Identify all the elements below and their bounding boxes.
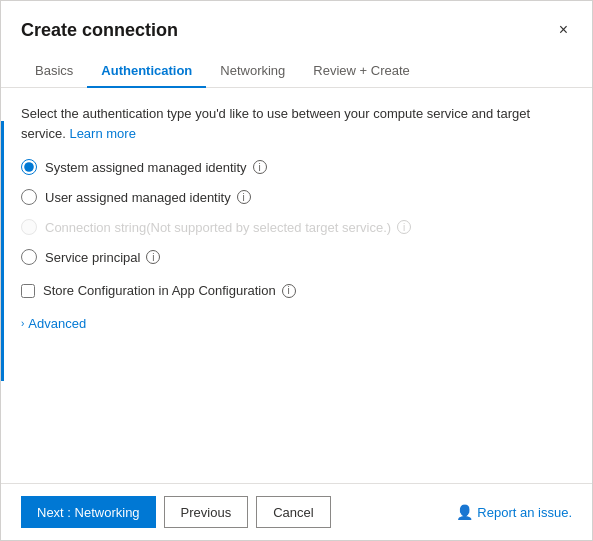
store-config-info-icon[interactable]: i: [282, 284, 296, 298]
radio-connection-string-input: [21, 219, 37, 235]
radio-user-assigned-input[interactable]: [21, 189, 37, 205]
user-assigned-info-icon[interactable]: i: [237, 190, 251, 204]
create-connection-dialog: Create connection × Basics Authenticatio…: [0, 0, 593, 541]
close-button[interactable]: ×: [555, 17, 572, 43]
tab-basics[interactable]: Basics: [21, 55, 87, 88]
advanced-label: Advanced: [28, 316, 86, 331]
learn-more-link[interactable]: Learn more: [69, 126, 135, 141]
left-accent: [1, 121, 4, 381]
report-icon: 👤: [456, 504, 473, 520]
tab-review-create[interactable]: Review + Create: [299, 55, 423, 88]
tab-networking[interactable]: Networking: [206, 55, 299, 88]
next-button[interactable]: Next : Networking: [21, 496, 156, 528]
radio-connection-string: Connection string(Not supported by selec…: [21, 219, 572, 235]
radio-service-principal[interactable]: Service principal i: [21, 249, 572, 265]
authentication-radio-group: System assigned managed identity i User …: [21, 159, 572, 265]
service-principal-info-icon[interactable]: i: [146, 250, 160, 264]
store-config-row[interactable]: Store Configuration in App Configuration…: [21, 283, 572, 298]
radio-service-principal-input[interactable]: [21, 249, 37, 265]
report-issue-link[interactable]: 👤 Report an issue.: [456, 504, 572, 520]
dialog-title: Create connection: [21, 20, 178, 41]
advanced-section[interactable]: › Advanced: [21, 316, 572, 331]
tab-bar: Basics Authentication Networking Review …: [1, 55, 592, 88]
cancel-button[interactable]: Cancel: [256, 496, 330, 528]
dialog-header: Create connection ×: [1, 1, 592, 43]
system-assigned-info-icon[interactable]: i: [253, 160, 267, 174]
description-text: Select the authentication type you'd lik…: [21, 104, 572, 143]
chevron-right-icon: ›: [21, 318, 24, 329]
store-config-checkbox[interactable]: [21, 284, 35, 298]
dialog-footer: Next : Networking Previous Cancel 👤 Repo…: [1, 483, 592, 540]
radio-system-assigned-input[interactable]: [21, 159, 37, 175]
tab-authentication[interactable]: Authentication: [87, 55, 206, 88]
previous-button[interactable]: Previous: [164, 496, 249, 528]
connection-string-info-icon: i: [397, 220, 411, 234]
radio-system-assigned[interactable]: System assigned managed identity i: [21, 159, 572, 175]
report-label: Report an issue.: [477, 505, 572, 520]
radio-user-assigned[interactable]: User assigned managed identity i: [21, 189, 572, 205]
tab-content: Select the authentication type you'd lik…: [1, 88, 592, 483]
